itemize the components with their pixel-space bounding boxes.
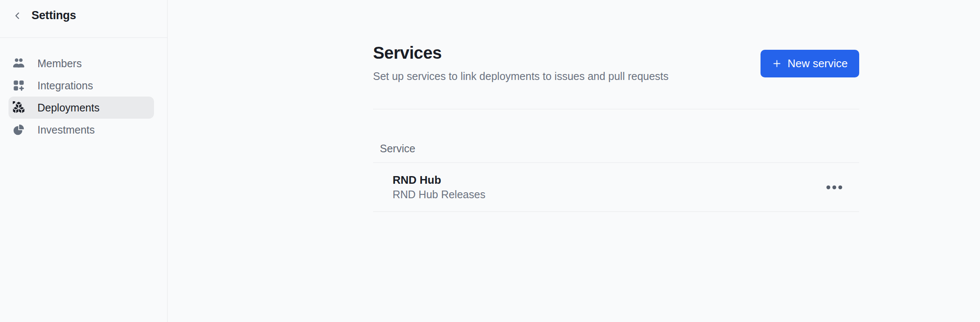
sidebar-item-deployments[interactable]: Deployments	[9, 97, 154, 119]
plus-icon	[772, 59, 782, 68]
sidebar-item-label: Deployments	[37, 102, 100, 114]
services-section: Services Set up services to link deploym…	[373, 0, 859, 212]
sidebar-nav: Members Integrations	[0, 38, 167, 141]
service-row-menu-button[interactable]	[826, 183, 843, 192]
column-header-service: Service	[380, 142, 415, 155]
sidebar-item-label: Investments	[37, 124, 95, 136]
back-button[interactable]	[13, 11, 22, 20]
sidebar-item-integrations[interactable]: Integrations	[9, 74, 154, 97]
sidebar-header: Settings	[0, 0, 167, 38]
ellipsis-horizontal-icon	[826, 185, 842, 189]
main-panel: Services Set up services to link deploym…	[168, 0, 980, 322]
services-table: Service RND Hub RND Hub Releases	[373, 109, 859, 212]
sidebar-item-members[interactable]: Members	[9, 52, 154, 74]
sidebar-title: Settings	[31, 9, 76, 22]
settings-app: Settings Members	[0, 0, 980, 322]
new-service-button[interactable]: New service	[761, 50, 859, 77]
cubes-icon	[12, 101, 25, 114]
settings-sidebar: Settings Members	[0, 0, 168, 322]
sidebar-item-investments[interactable]: Investments	[9, 119, 154, 141]
service-name: RND Hub	[393, 173, 485, 187]
sidebar-item-label: Members	[37, 57, 82, 70]
service-description: RND Hub Releases	[393, 187, 485, 202]
chevron-left-icon	[13, 11, 22, 20]
sidebar-item-label: Integrations	[37, 80, 93, 92]
squares-plus-icon	[12, 79, 25, 92]
chart-pie-icon	[12, 123, 25, 136]
table-header: Service	[373, 109, 859, 163]
new-service-button-label: New service	[787, 57, 848, 70]
service-row-text: RND Hub RND Hub Releases	[393, 173, 485, 202]
service-row[interactable]: RND Hub RND Hub Releases	[373, 163, 859, 212]
users-icon	[12, 57, 25, 70]
